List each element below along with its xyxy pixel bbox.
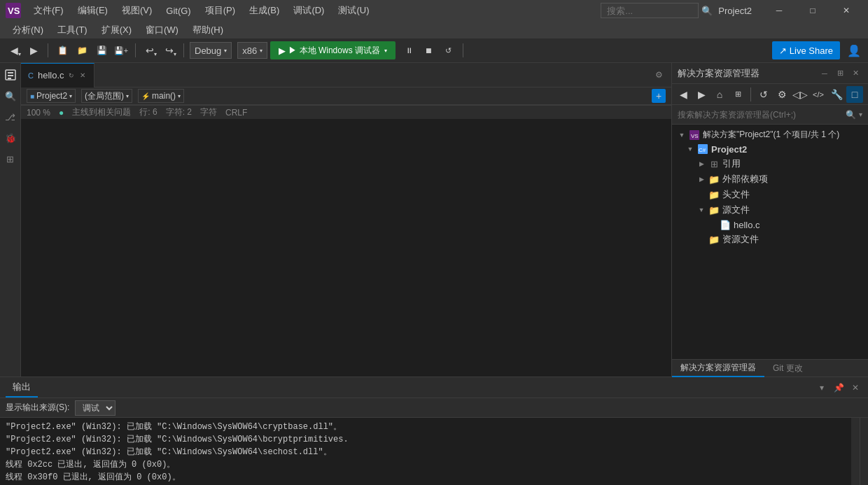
status-crlf: CRLF [225, 108, 247, 118]
save-button[interactable]: 💾 [93, 42, 110, 59]
menu-help[interactable]: 帮助(H) [186, 21, 230, 39]
source-files-node[interactable]: ▼ 📁 源文件 [672, 202, 868, 218]
resource-files-node[interactable]: 📁 资源文件 [672, 232, 868, 247]
project-icon: C# [697, 143, 708, 155]
se-code-icon[interactable]: </> [810, 86, 827, 103]
stop-button[interactable]: ⏹ [421, 42, 438, 59]
explorer-icon[interactable] [1, 66, 20, 84]
output-chevron-down-icon[interactable]: ▾ [815, 381, 829, 395]
restart-button[interactable]: ↺ [440, 42, 457, 59]
header-files-node[interactable]: 📁 头文件 [672, 187, 868, 202]
external-deps-label: 外部依赖项 [722, 173, 768, 185]
se-refresh-button[interactable]: ⊞ [729, 86, 746, 103]
menu-file[interactable]: 文件(F) [27, 1, 71, 20]
se-close-button[interactable]: ✕ [848, 66, 862, 80]
debug-icon[interactable]: 🐞 [1, 129, 20, 147]
se-settings-button[interactable]: ⚙ [774, 86, 790, 103]
se-search-input[interactable] [678, 110, 846, 120]
profile-button[interactable]: 👤 [846, 42, 862, 59]
output-source-select[interactable]: 调试 [75, 400, 115, 416]
se-pin-button[interactable]: ─ [818, 66, 832, 80]
menu-git[interactable]: Git(G) [159, 3, 197, 19]
se-forward-button[interactable]: ▶ [693, 86, 710, 103]
output-panel-controls: ▾ 📌 ✕ [815, 381, 862, 395]
pause-button[interactable]: ⏸ [401, 42, 418, 59]
search-icon: 🔍 [701, 6, 713, 16]
git-icon[interactable]: ⎇ [1, 108, 20, 126]
tab-bar: C hello.c ↻ ✕ ⚙ [21, 63, 671, 87]
redo-button[interactable]: ↪ ▾ [161, 42, 178, 59]
se-wrench-icon[interactable]: 🔧 [828, 86, 845, 103]
se-back-button[interactable]: ◀ [675, 86, 692, 103]
output-scrollbar[interactable] [851, 418, 860, 485]
menu-analyze[interactable]: 分析(N) [6, 21, 50, 39]
nav-plus-button[interactable]: + [652, 89, 666, 103]
menu-build[interactable]: 生成(B) [242, 1, 286, 20]
header-files-arrow [697, 190, 706, 199]
open-button[interactable]: 📁 [74, 42, 90, 59]
se-preview-button[interactable]: ◁▷ [792, 86, 808, 103]
menu-window[interactable]: 窗口(W) [139, 21, 186, 39]
solution-explorer: 解决方案资源管理器 ─ ⊞ ✕ ◀ ▶ ⌂ ⊞ ↺ ⚙ ◁▷ </> 🔧 □ 🔍… [672, 63, 868, 377]
svg-rect-3 [8, 72, 13, 73]
menu-debug[interactable]: 调试(D) [286, 1, 331, 20]
live-share-button[interactable]: ↗ Live Share [772, 41, 840, 59]
restore-button[interactable]: □ [797, 0, 829, 21]
nav-scope-dropdown[interactable]: (全局范围) ▾ [81, 89, 132, 103]
close-button[interactable]: ✕ [830, 0, 862, 21]
se-tab-explorer[interactable]: 解决方案资源管理器 [672, 360, 764, 377]
nav-function-dropdown[interactable]: ⚡ main() ▾ [138, 89, 184, 103]
hello-c-node[interactable]: 📄 hello.c [672, 218, 868, 232]
menu-extensions[interactable]: 扩展(X) [94, 21, 139, 39]
se-home-button[interactable]: ⌂ [711, 86, 728, 103]
output-tab[interactable]: 输出 [6, 378, 38, 398]
editor-status-bar: 100 % ● 主线到相关问题 行: 6 字符: 2 字符 CRLF [21, 105, 671, 119]
menu-edit[interactable]: 编辑(E) [71, 1, 115, 20]
goto-error-text[interactable]: 主线到相关问题 [72, 106, 131, 118]
se-search-icon: 🔍 [846, 110, 856, 120]
search-icon[interactable]: 🔍 [1, 87, 20, 105]
menu-tools[interactable]: 工具(T) [50, 21, 94, 39]
output-pin-icon[interactable]: 📌 [832, 381, 846, 395]
window-title: Project2 [718, 6, 752, 16]
source-files-icon: 📁 [708, 204, 720, 216]
config-dropdown[interactable]: Debug ▾ [190, 42, 232, 59]
minimize-button[interactable]: ─ [763, 0, 795, 21]
output-header: 输出 ▾ 📌 ✕ [0, 377, 868, 398]
undo-button[interactable]: ↩ ▾ [141, 42, 158, 59]
status-line: 行: 6 [139, 106, 157, 118]
se-float-button[interactable]: ⊞ [833, 66, 847, 80]
resource-files-label: 资源文件 [722, 233, 759, 246]
extensions-icon[interactable]: ⊞ [1, 150, 20, 168]
references-node[interactable]: ▶ ⊞ 引用 [672, 156, 868, 171]
menu-project[interactable]: 项目(P) [198, 1, 242, 20]
nav-project-dropdown[interactable]: ■ Project2 ▾ [27, 89, 76, 103]
solution-node[interactable]: ▼ VS 解决方案"Project2"(1 个项目/共 1 个) [672, 127, 868, 142]
nav-bar: ■ Project2 ▾ (全局范围) ▾ ⚡ main() ▾ + [21, 87, 671, 105]
se-tab-git[interactable]: Git 更改 [764, 360, 811, 377]
se-filter-button[interactable]: ↺ [755, 86, 772, 103]
output-content: "Project2.exe" (Win32): 已加载 "C:\Windows\… [0, 418, 851, 485]
tab-close-button[interactable]: ✕ [78, 71, 87, 80]
debug-button[interactable]: ▶ ▶ 本地 Windows 调试器 ▾ [270, 41, 396, 59]
external-deps-node[interactable]: ▶ 📁 外部依赖项 [672, 171, 868, 187]
source-files-label: 源文件 [722, 204, 750, 216]
new-project-button[interactable]: 📋 [54, 42, 71, 59]
platform-dropdown[interactable]: x86 ▾ [237, 42, 267, 59]
se-search-options[interactable]: ▾ [859, 111, 862, 118]
menu-view[interactable]: 视图(V) [115, 1, 159, 20]
search-input[interactable] [601, 3, 699, 18]
editor-tab-hello-c[interactable]: C hello.c ↻ ✕ [21, 63, 94, 87]
tab-settings-icon[interactable]: ⚙ [652, 68, 666, 82]
project-node[interactable]: ▼ C# Project2 [672, 142, 868, 156]
editor-content[interactable] [21, 119, 671, 377]
output-line-1: "Project2.exe" (Win32): 已加载 "C:\Windows\… [6, 421, 846, 433]
references-label: 引用 [722, 157, 741, 170]
menu-test[interactable]: 测试(U) [331, 1, 376, 20]
back-button[interactable]: ◀ ▾ [6, 42, 22, 59]
se-expand-icon[interactable]: □ [846, 86, 863, 103]
output-close-icon[interactable]: ✕ [848, 381, 862, 395]
save-all-button[interactable]: 💾+ [113, 42, 130, 59]
external-deps-arrow: ▶ [697, 175, 706, 183]
forward-button[interactable]: ▶ [25, 42, 42, 59]
